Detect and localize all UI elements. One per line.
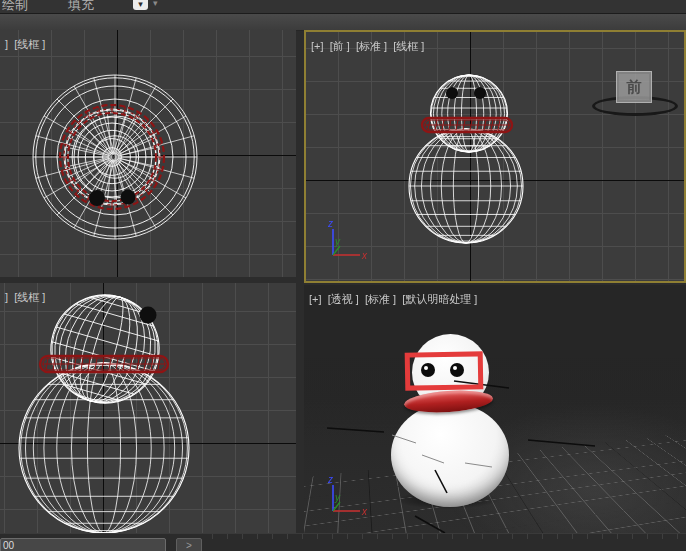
front-view-wireframe-model[interactable]: zxy (306, 32, 684, 281)
viewport-left-view[interactable]: ] [线框 ] (0, 283, 296, 533)
red-rectangle-spline[interactable] (405, 351, 484, 390)
viewport-label[interactable]: ] [线框 ] (5, 290, 45, 305)
mini-listener-open-button[interactable]: > (176, 538, 202, 551)
max-application-window: { "menubar": { "tabs": [ { "label": "绘制"… (0, 0, 686, 551)
ribbon-dropdown-button[interactable]: ▾ (133, 0, 148, 10)
svg-text:y: y (334, 236, 341, 247)
left-view-wireframe-model[interactable] (0, 283, 296, 533)
ribbon-collapsed-band (0, 14, 686, 31)
svg-text:x: x (361, 506, 368, 517)
track-bar-ticks (212, 534, 684, 539)
svg-text:y: y (334, 492, 341, 503)
top-view-wireframe-model[interactable] (0, 30, 296, 277)
viewport-label[interactable]: ] [线框 ] (5, 37, 45, 52)
ribbon-tab-bar: 绘制 填充 ▾ ▾ (0, 0, 686, 14)
svg-text:z: z (327, 218, 333, 229)
viewport-perspective-view[interactable]: zxy [+] [透视 ] [标准 ] [默认明暗处理 ] (304, 285, 686, 533)
viewport-label[interactable]: [+] [前 ] [标准 ] [线框 ] (311, 39, 424, 54)
ribbon-tab-paint[interactable]: 绘制 (2, 0, 28, 13)
viewport-front-view-active[interactable]: 前 zxy [+] [前 ] [标准 ] [线框 ] (304, 30, 686, 283)
chevron-down-icon[interactable]: ▾ (153, 0, 158, 8)
svg-text:z: z (327, 474, 333, 485)
ribbon-tab-populate[interactable]: 填充 (68, 0, 94, 13)
viewport-top-view[interactable]: ] [线框 ] (0, 30, 296, 277)
viewcube-front-face[interactable]: 前 (616, 71, 652, 103)
viewport-label[interactable]: [+] [透视 ] [标准 ] [默认明暗处理 ] (309, 292, 477, 307)
maxscript-mini-listener-field[interactable]: 00 (0, 538, 166, 551)
status-bar: 00 > (0, 533, 686, 551)
svg-text:x: x (361, 250, 368, 261)
perspective-overlay-lines: zxy (304, 285, 686, 533)
